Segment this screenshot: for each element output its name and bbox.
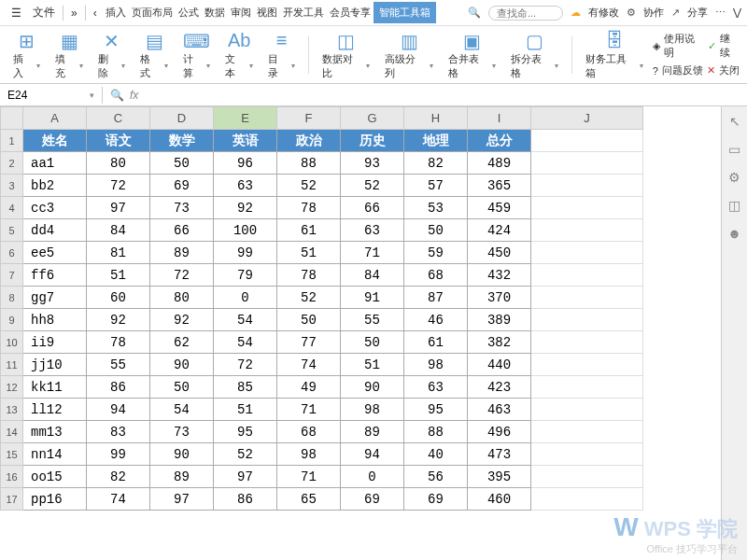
cell[interactable]: ii9 xyxy=(23,331,87,354)
cell[interactable]: ll12 xyxy=(23,399,87,421)
cell[interactable]: 94 xyxy=(87,399,150,421)
search-fx-icon[interactable]: 🔍 xyxy=(110,89,124,102)
empty-cell[interactable] xyxy=(531,197,643,219)
cell[interactable]: 74 xyxy=(277,354,341,376)
tab-8[interactable]: 智能工具箱 xyxy=(374,2,436,23)
cell[interactable]: 74 xyxy=(87,488,150,511)
row-header-11[interactable]: 11 xyxy=(1,354,23,376)
cell[interactable]: 88 xyxy=(404,421,468,443)
tab-0[interactable]: 插入 xyxy=(103,2,129,23)
formula-input[interactable] xyxy=(144,89,740,102)
cell[interactable]: 92 xyxy=(87,309,150,331)
ribbon-计算[interactable]: ⌨计算 xyxy=(177,28,216,82)
chat-icon[interactable]: ☻ xyxy=(727,226,741,241)
dropdown-icon[interactable]: ▾ xyxy=(90,91,94,100)
row-header-9[interactable]: 9 xyxy=(1,309,23,331)
cell[interactable]: 55 xyxy=(87,354,150,376)
cell[interactable]: 93 xyxy=(341,152,404,175)
cell[interactable]: 423 xyxy=(468,376,531,399)
tab-2[interactable]: 公式 xyxy=(176,2,202,23)
tab-6[interactable]: 开发工具 xyxy=(280,2,327,23)
header-cell[interactable]: 数学 xyxy=(150,130,214,152)
row-header-6[interactable]: 6 xyxy=(1,242,23,264)
row-header-16[interactable]: 16 xyxy=(1,466,23,488)
cell[interactable]: 69 xyxy=(150,175,214,197)
cell[interactable]: 59 xyxy=(404,242,468,264)
settings-icon[interactable]: ⚙ xyxy=(728,170,740,185)
row-header-7[interactable]: 7 xyxy=(1,264,23,287)
cell[interactable]: 86 xyxy=(87,376,150,399)
cell[interactable]: 459 xyxy=(468,197,531,219)
col-header-D[interactable]: D xyxy=(150,107,214,130)
row-header-5[interactable]: 5 xyxy=(1,219,23,242)
header-cell[interactable]: 语文 xyxy=(87,130,150,152)
search-input[interactable] xyxy=(488,6,563,21)
menu-icon[interactable]: ☰ xyxy=(6,3,27,23)
cell[interactable]: 78 xyxy=(277,264,341,287)
cell[interactable]: jj10 xyxy=(23,354,87,376)
cell[interactable]: 92 xyxy=(214,197,277,219)
col-header-I[interactable]: I xyxy=(468,107,531,130)
col-header-F[interactable]: F xyxy=(277,107,341,130)
cloud-status[interactable]: 有修改 xyxy=(588,6,619,20)
cell[interactable]: 97 xyxy=(150,488,214,511)
cell[interactable]: 51 xyxy=(341,354,404,376)
cell[interactable]: 96 xyxy=(214,152,277,175)
cell[interactable]: nn14 xyxy=(23,443,87,466)
cell[interactable]: 80 xyxy=(150,287,214,309)
cell[interactable]: 40 xyxy=(404,443,468,466)
cell[interactable]: 90 xyxy=(341,376,404,399)
ribbon-合并表格[interactable]: ▣合并表格 xyxy=(443,28,501,82)
cell[interactable]: 440 xyxy=(468,354,531,376)
cell[interactable]: 50 xyxy=(150,152,214,175)
cell[interactable]: 95 xyxy=(404,399,468,421)
cell[interactable]: 84 xyxy=(341,264,404,287)
ribbon-格式[interactable]: ▤格式 xyxy=(134,28,173,82)
cell[interactable]: 87 xyxy=(404,287,468,309)
cell[interactable]: 82 xyxy=(404,152,468,175)
cell[interactable]: 52 xyxy=(277,175,341,197)
cell[interactable]: cc3 xyxy=(23,197,87,219)
row-header-3[interactable]: 3 xyxy=(1,175,23,197)
cell[interactable]: 51 xyxy=(214,399,277,421)
cell[interactable]: 97 xyxy=(214,466,277,488)
cell[interactable]: 71 xyxy=(277,399,341,421)
cell[interactable]: 72 xyxy=(150,264,214,287)
cell[interactable]: 50 xyxy=(277,309,341,331)
empty-cell[interactable] xyxy=(531,466,643,488)
cell[interactable]: 72 xyxy=(214,354,277,376)
cell[interactable]: 389 xyxy=(468,309,531,331)
cell[interactable]: bb2 xyxy=(23,175,87,197)
cell[interactable]: 69 xyxy=(404,488,468,511)
cell[interactable]: 51 xyxy=(277,242,341,264)
cell[interactable]: 83 xyxy=(87,421,150,443)
cell[interactable]: 79 xyxy=(214,264,277,287)
cell[interactable]: 54 xyxy=(214,309,277,331)
cell[interactable]: 98 xyxy=(277,443,341,466)
tab-3[interactable]: 数据 xyxy=(202,2,228,23)
cell[interactable]: 81 xyxy=(87,242,150,264)
spreadsheet[interactable]: ACDEFGHIJ1姓名语文数学英语政治历史地理总分2aa18050968893… xyxy=(0,106,721,560)
cell[interactable]: 97 xyxy=(87,197,150,219)
cell[interactable]: 94 xyxy=(341,443,404,466)
cell[interactable]: 424 xyxy=(468,219,531,242)
cell[interactable]: gg7 xyxy=(23,287,87,309)
empty-cell[interactable] xyxy=(531,443,643,466)
expand-icon[interactable]: ⋁ xyxy=(733,7,741,19)
empty-cell[interactable] xyxy=(531,219,643,242)
cell[interactable]: 84 xyxy=(87,219,150,242)
cell[interactable]: 89 xyxy=(341,421,404,443)
share-link[interactable]: 分享 xyxy=(687,6,708,20)
cell[interactable]: 63 xyxy=(214,175,277,197)
cell[interactable]: 395 xyxy=(468,466,531,488)
cell[interactable]: ff6 xyxy=(23,264,87,287)
property-icon[interactable]: ◫ xyxy=(728,198,740,213)
empty-cell[interactable] xyxy=(531,287,643,309)
cell[interactable]: 460 xyxy=(468,488,531,511)
cell[interactable]: 50 xyxy=(341,331,404,354)
cell[interactable]: 54 xyxy=(150,399,214,421)
empty-cell[interactable] xyxy=(531,242,643,264)
cell[interactable]: 463 xyxy=(468,399,531,421)
fx-icon[interactable]: fx xyxy=(130,89,138,102)
cell[interactable]: 62 xyxy=(150,331,214,354)
